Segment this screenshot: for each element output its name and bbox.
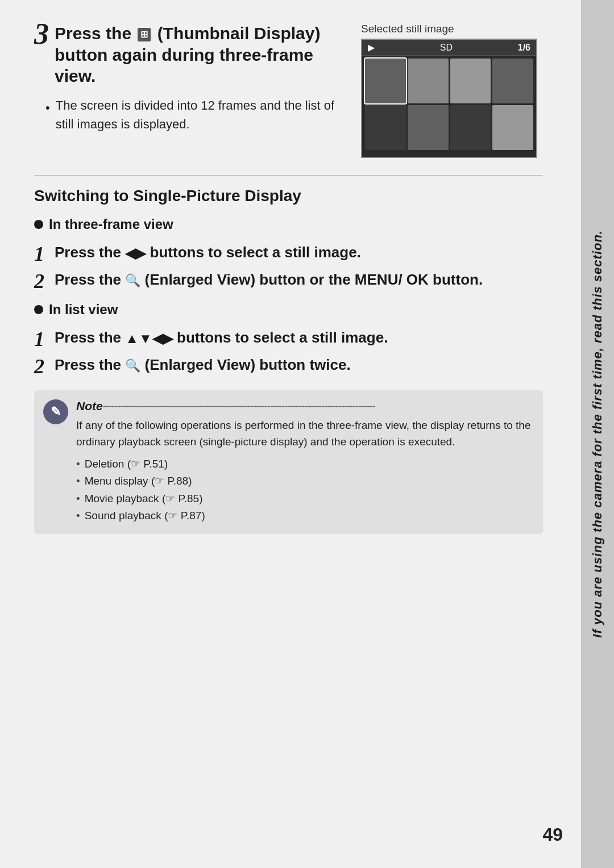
step1-list-press: Press the bbox=[55, 329, 121, 346]
cam-cell-4 bbox=[492, 59, 533, 103]
step3-right: Selected still image ▶ SD 1/6 bbox=[361, 23, 543, 158]
step1-list-after: buttons to select a still image. bbox=[177, 329, 388, 346]
section-divider bbox=[34, 175, 543, 176]
udlr-arrows-icon: ▲▼◀▶ bbox=[125, 329, 173, 348]
step1-three-text: Press the ◀▶ buttons to select a still i… bbox=[55, 243, 361, 262]
main-content: 3 Press the ⊞ (Thumbnail Display) button… bbox=[34, 23, 543, 534]
sd-icon: SD bbox=[440, 43, 453, 53]
bullet-circle-2 bbox=[34, 305, 43, 314]
step2-three-press: Press the bbox=[55, 271, 121, 288]
note-dashes: ----------------------------------------… bbox=[103, 400, 375, 412]
three-frame-label: In three-frame view bbox=[49, 216, 173, 232]
cam-counter: 1/6 bbox=[518, 43, 530, 53]
note-content: Note -----------------------------------… bbox=[76, 399, 532, 525]
sidebar-label: If you are using the camera for the firs… bbox=[590, 230, 605, 638]
note-body: If any of the following operations is pe… bbox=[76, 418, 532, 450]
step2-three-after: (Enlarged View) button or the MENU/ OK b… bbox=[145, 271, 483, 288]
magnify-icon-2: 🔍 bbox=[125, 357, 140, 374]
magnify-icon-1: 🔍 bbox=[125, 272, 140, 289]
step2-three-row: 2 Press the 🔍 (Enlarged View) button or … bbox=[34, 270, 543, 291]
step3-bullet: • The screen is divided into 12 frames a… bbox=[34, 96, 344, 133]
step2-list-text: Press the 🔍 (Enlarged View) button twice… bbox=[55, 355, 351, 375]
step2-three-text: Press the 🔍 (Enlarged View) button or th… bbox=[55, 270, 483, 290]
page: 3 Press the ⊞ (Thumbnail Display) button… bbox=[0, 0, 614, 868]
step1-three-press: Press the bbox=[55, 244, 121, 261]
step1-list-text: Press the ▲▼◀▶ buttons to select a still… bbox=[55, 328, 388, 348]
sidebar: If you are using the camera for the firs… bbox=[581, 0, 614, 868]
note-item-2: Menu display (☞ P.88) bbox=[76, 473, 532, 490]
note-list: Deletion (☞ P.51) Menu display (☞ P.88) … bbox=[76, 456, 532, 525]
cam-cell-8 bbox=[492, 105, 533, 150]
cam-cell-1 bbox=[365, 59, 406, 103]
cam-cell-5 bbox=[365, 105, 406, 150]
note-item-4: Sound playback (☞ P.87) bbox=[76, 507, 532, 524]
step3-title: 3 Press the ⊞ (Thumbnail Display) button… bbox=[34, 23, 344, 87]
cam-cell-6 bbox=[408, 105, 449, 150]
bullet-circle-1 bbox=[34, 220, 43, 229]
note-title: Note bbox=[76, 399, 103, 413]
step3-left: 3 Press the ⊞ (Thumbnail Display) button… bbox=[34, 23, 344, 133]
step2-list-press: Press the bbox=[55, 356, 121, 373]
page-number: 49 bbox=[542, 824, 563, 845]
bullet-dot: • bbox=[45, 98, 50, 117]
step3-section: 3 Press the ⊞ (Thumbnail Display) button… bbox=[34, 23, 543, 158]
list-view-label: In list view bbox=[49, 302, 118, 318]
step1-list-num: 1 bbox=[34, 329, 50, 349]
play-icon: ▶ bbox=[368, 42, 375, 53]
step3-press-the: Press the bbox=[55, 24, 131, 43]
three-frame-subheading: In three-frame view bbox=[34, 216, 543, 232]
selected-still-label: Selected still image bbox=[361, 23, 543, 35]
note-item-3: Movie playback (☞ P.85) bbox=[76, 490, 532, 507]
step2-three-num: 2 bbox=[34, 271, 50, 291]
step2-list-num: 2 bbox=[34, 356, 50, 377]
note-icon: ✎ bbox=[43, 399, 68, 424]
thumbnail-icon: ⊞ bbox=[138, 28, 151, 41]
step2-list-row: 2 Press the 🔍 (Enlarged View) button twi… bbox=[34, 355, 543, 377]
step3-title-text: Press the ⊞ (Thumbnail Display) button a… bbox=[55, 23, 344, 87]
step1-three-row: 1 Press the ◀▶ buttons to select a still… bbox=[34, 243, 543, 264]
note-title-row: Note -----------------------------------… bbox=[76, 399, 532, 413]
note-box: ✎ Note ---------------------------------… bbox=[34, 390, 543, 534]
step1-list-row: 1 Press the ▲▼◀▶ buttons to select a sti… bbox=[34, 328, 543, 349]
camera-preview-box: ▶ SD 1/6 bbox=[361, 39, 537, 158]
note-item-1: Deletion (☞ P.51) bbox=[76, 456, 532, 473]
step3-number: 3 bbox=[34, 19, 49, 49]
cam-cell-2 bbox=[408, 59, 449, 103]
switching-heading: Switching to Single-Picture Display bbox=[34, 187, 543, 205]
step1-three-num: 1 bbox=[34, 244, 50, 264]
step2-list-after: (Enlarged View) button twice. bbox=[145, 356, 351, 373]
step1-three-after: buttons to select a still image. bbox=[150, 244, 361, 261]
list-view-subheading: In list view bbox=[34, 302, 543, 318]
cam-cell-3 bbox=[450, 59, 491, 103]
lr-arrows-icon: ◀▶ bbox=[125, 244, 146, 262]
camera-grid bbox=[362, 56, 536, 153]
camera-header: ▶ SD 1/6 bbox=[362, 40, 536, 56]
cam-cell-7 bbox=[450, 105, 491, 150]
step3-bullet-text: The screen is divided into 12 frames and… bbox=[56, 96, 344, 133]
